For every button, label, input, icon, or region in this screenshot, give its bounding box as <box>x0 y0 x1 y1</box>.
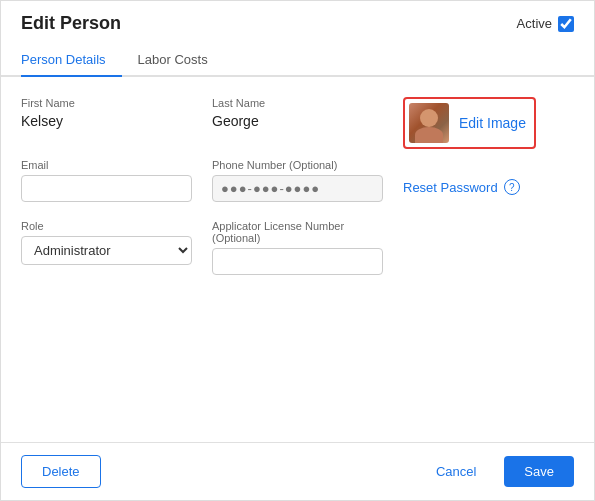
reset-password-row: Reset Password ? <box>403 179 574 195</box>
first-name-value: Kelsey <box>21 113 192 129</box>
active-checkbox[interactable] <box>558 16 574 32</box>
edit-image-label: Edit Image <box>459 115 526 131</box>
role-group: Role Administrator Manager User <box>21 220 192 265</box>
active-label: Active <box>517 16 552 31</box>
reset-password-link[interactable]: Reset Password <box>403 180 498 195</box>
tab-person-details[interactable]: Person Details <box>21 44 122 77</box>
page-footer: Delete Cancel Save <box>1 442 594 500</box>
page-header: Edit Person Active <box>1 1 594 44</box>
delete-button[interactable]: Delete <box>21 455 101 488</box>
email-label: Email <box>21 159 192 171</box>
tab-labor-costs[interactable]: Labor Costs <box>138 44 224 77</box>
tabs-bar: Person Details Labor Costs <box>1 44 594 77</box>
email-group: Email <box>21 159 192 202</box>
first-name-group: First Name Kelsey <box>21 97 192 159</box>
active-section: Active <box>517 16 574 32</box>
edit-image-button[interactable]: Edit Image <box>403 97 536 149</box>
phone-group: Phone Number (Optional) <box>212 159 383 202</box>
phone-input[interactable] <box>212 175 383 202</box>
last-name-value: George <box>212 113 383 129</box>
row-3: Role Administrator Manager User Applicat… <box>21 220 574 275</box>
applicator-group: Applicator License Number (Optional) <box>212 220 383 275</box>
help-icon[interactable]: ? <box>504 179 520 195</box>
page-wrapper: Edit Person Active Person Details Labor … <box>0 0 595 501</box>
form-content: First Name Kelsey Last Name George Edit … <box>1 77 594 442</box>
last-name-group: Last Name George <box>212 97 383 159</box>
role-label: Role <box>21 220 192 232</box>
last-name-label: Last Name <box>212 97 383 109</box>
cancel-button[interactable]: Cancel <box>416 456 496 487</box>
row-1: First Name Kelsey Last Name George Edit … <box>21 97 574 159</box>
phone-label: Phone Number (Optional) <box>212 159 383 171</box>
row-2: Email Phone Number (Optional) Reset Pass… <box>21 159 574 202</box>
reset-password-group: Reset Password ? <box>403 159 574 195</box>
page-title: Edit Person <box>21 13 121 34</box>
role-select[interactable]: Administrator Manager User <box>21 236 192 265</box>
save-button[interactable]: Save <box>504 456 574 487</box>
first-name-label: First Name <box>21 97 192 109</box>
person-avatar <box>409 103 449 143</box>
applicator-label: Applicator License Number (Optional) <box>212 220 383 244</box>
applicator-input[interactable] <box>212 248 383 275</box>
email-input[interactable] <box>21 175 192 202</box>
edit-image-group: Edit Image <box>403 97 574 159</box>
footer-right: Cancel Save <box>416 456 574 487</box>
